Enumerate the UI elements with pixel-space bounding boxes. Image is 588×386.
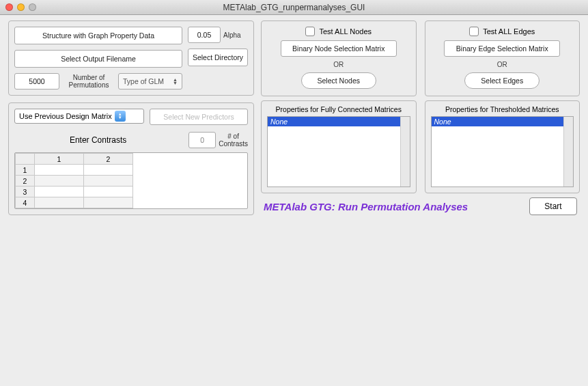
- node-matrix-button[interactable]: Binary Node Selection Matrix: [281, 40, 397, 57]
- permutations-label: Number of Permutations: [65, 74, 113, 89]
- select-predictors-button[interactable]: Select New Predictors: [150, 109, 248, 125]
- table-row: 1: [16, 165, 133, 176]
- contrasts-title: Enter Contrasts: [14, 135, 182, 145]
- props-full-panel: Properties for Fully Connected Matrices …: [261, 100, 417, 193]
- table-row: 2: [16, 176, 133, 187]
- setup-panel: Structure with Graph Property Data Selec…: [8, 20, 254, 96]
- props-full-listbox[interactable]: None: [267, 116, 410, 187]
- select-directory-button[interactable]: Select Directory: [188, 49, 248, 66]
- window-title: METAlab_GTG_runpermanalyses_GUI: [0, 3, 588, 12]
- col-header: 2: [84, 154, 133, 165]
- chevron-updown-icon: ▲▼: [173, 78, 178, 85]
- contrasts-table[interactable]: 1 2 1 2 3 4: [14, 152, 248, 209]
- test-all-edges-label: Test ALL Edges: [483, 27, 535, 36]
- start-button[interactable]: Start: [529, 197, 577, 215]
- edges-panel: Test ALL Edges Binary Edge Selection Mat…: [425, 20, 580, 96]
- props-full-title: Properties for Fully Connected Matrices: [267, 105, 410, 113]
- table-row: 4: [16, 197, 133, 208]
- contrasts-panel: Use Previous Design Matrix ▲▼ Select New…: [8, 102, 254, 215]
- window-titlebar: METAlab_GTG_runpermanalyses_GUI: [0, 0, 588, 15]
- list-item[interactable]: None: [432, 117, 574, 126]
- select-nodes-button[interactable]: Select Nodes: [301, 72, 376, 89]
- or-label: OR: [497, 61, 507, 68]
- props-thresh-title: Properties for Thresholded Matrices: [431, 105, 574, 113]
- design-matrix-label: Use Previous Design Matrix: [19, 112, 112, 120]
- glm-type-select[interactable]: Type of GLM ▲▼: [118, 73, 182, 89]
- scrollbar[interactable]: [400, 117, 410, 187]
- footer: METAlab GTG: Run Permutation Analyses St…: [261, 197, 580, 215]
- nodes-panel: Test ALL Nodes Binary Node Selection Mat…: [261, 20, 417, 96]
- alpha-field[interactable]: 0.05: [188, 27, 221, 43]
- design-matrix-select[interactable]: Use Previous Design Matrix ▲▼: [14, 109, 144, 124]
- scrollbar[interactable]: [563, 117, 573, 187]
- list-item[interactable]: None: [268, 117, 410, 126]
- structure-button[interactable]: Structure with Graph Property Data: [14, 27, 182, 44]
- col-header: 1: [35, 154, 84, 165]
- props-thresh-panel: Properties for Thresholded Matrices None: [425, 100, 580, 193]
- select-edges-button[interactable]: Select Edges: [464, 72, 540, 89]
- or-label: OR: [333, 61, 344, 68]
- test-all-edges-checkbox[interactable]: Test ALL Edges: [469, 27, 535, 36]
- glm-type-placeholder: Type of GLM: [123, 77, 164, 85]
- test-all-nodes-label: Test ALL Nodes: [319, 27, 372, 36]
- page-title: METAlab GTG: Run Permutation Analyses: [264, 201, 468, 212]
- output-filename-button[interactable]: Select Output Filename: [14, 50, 182, 68]
- num-contrasts-label: # of Contrasts: [219, 133, 248, 148]
- permutations-field[interactable]: 5000: [14, 73, 59, 89]
- table-row: 3: [16, 187, 133, 197]
- chevron-updown-icon: ▲▼: [115, 111, 126, 122]
- props-thresh-listbox[interactable]: None: [431, 116, 574, 187]
- alpha-label: Alpha: [223, 31, 241, 39]
- checkbox-icon: [305, 27, 315, 36]
- test-all-nodes-checkbox[interactable]: Test ALL Nodes: [305, 27, 372, 36]
- checkbox-icon: [469, 27, 479, 36]
- edge-matrix-button[interactable]: Binary Edge Selection Matrix: [444, 40, 560, 57]
- num-contrasts-field[interactable]: 0: [188, 132, 216, 148]
